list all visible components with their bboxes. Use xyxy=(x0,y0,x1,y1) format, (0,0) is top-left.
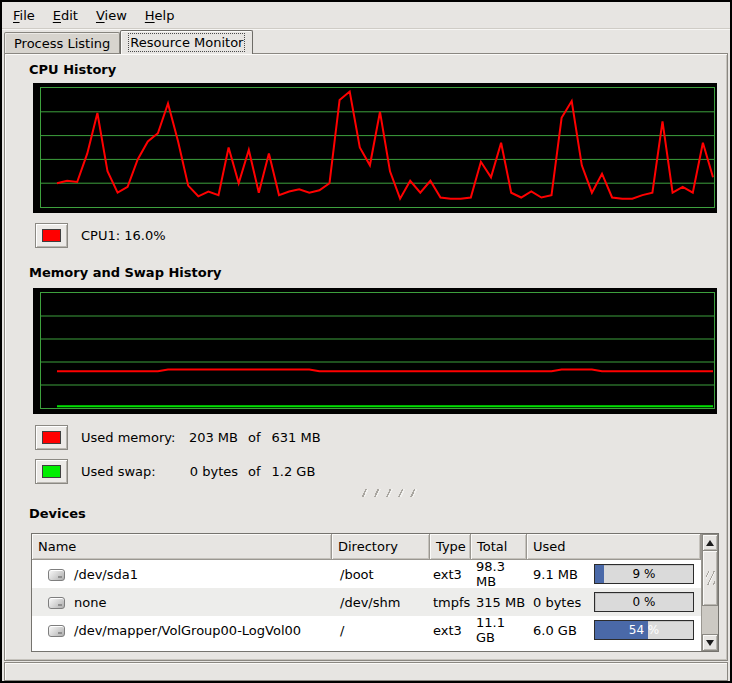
device-type: ext3 xyxy=(430,616,471,644)
arrow-down-icon xyxy=(706,640,714,646)
device-name: none xyxy=(74,595,106,610)
cpu-color-button[interactable] xyxy=(35,223,68,248)
tab-process-listing[interactable]: Process Listing xyxy=(4,32,120,53)
progress-label: 0 % xyxy=(595,593,693,611)
tab-resource-monitor[interactable]: Resource Monitor xyxy=(120,30,253,54)
cpu-history-chart xyxy=(41,88,714,207)
memory-color-swatch xyxy=(42,431,61,444)
devices-table: Name Directory Type Total Used /dev/sda1… xyxy=(31,533,719,652)
system-monitor-window: File Edit View Help Process Listing Reso… xyxy=(0,0,732,683)
column-header-type[interactable]: Type xyxy=(430,534,471,560)
device-directory: / xyxy=(332,616,430,644)
devices-table-header: Name Directory Type Total Used xyxy=(32,534,701,560)
table-row-none[interactable]: none /dev/shm tmpfs 315 MB 0 bytes 0 % xyxy=(32,588,701,616)
device-type: tmpfs xyxy=(430,588,471,616)
device-type: ext3 xyxy=(430,560,471,588)
vertical-scrollbar[interactable] xyxy=(701,534,718,651)
scrollbar-trough[interactable] xyxy=(702,606,718,634)
swap-color-button[interactable] xyxy=(35,459,68,484)
harddisk-icon xyxy=(48,597,65,609)
table-row-dev-sda1[interactable]: /dev/sda1 /boot ext3 98.3 MB 9.1 MB 9 % xyxy=(32,560,701,588)
arrow-up-icon xyxy=(706,540,714,546)
swap-legend-label: Used swap: xyxy=(81,464,178,479)
notebook-tabs: Process Listing Resource Monitor xyxy=(2,29,730,53)
cpu-history-title: CPU History xyxy=(29,62,719,77)
swap-legend-row: Used swap: 0 bytes of 1.2 GB xyxy=(35,458,719,484)
menu-view[interactable]: View xyxy=(87,4,136,27)
memory-swap-graph xyxy=(33,288,717,414)
device-directory: /boot xyxy=(332,560,430,588)
cpu-color-swatch xyxy=(42,229,61,242)
swap-color-swatch xyxy=(42,465,61,478)
device-name: /dev/mapper/VolGroup00-LogVol00 xyxy=(74,623,301,638)
scrollbar-down-button[interactable] xyxy=(702,634,718,651)
scrollbar-thumb[interactable] xyxy=(702,551,718,606)
used-progress-bar: 0 % xyxy=(594,592,694,612)
column-header-total[interactable]: Total xyxy=(471,534,527,560)
devices-title: Devices xyxy=(29,506,719,521)
swap-total-value: 1.2 GB xyxy=(272,464,316,479)
menu-bar: File Edit View Help xyxy=(2,2,730,29)
used-progress-bar: 54 % xyxy=(594,620,694,640)
memory-swap-title: Memory and Swap History xyxy=(29,265,719,280)
pane-resize-grip[interactable] xyxy=(361,489,417,497)
device-total: 11.1 GB xyxy=(471,616,527,644)
progress-label: 54 % xyxy=(595,621,693,639)
memory-swap-plot-area xyxy=(40,292,715,409)
device-total: 98.3 MB xyxy=(471,560,527,588)
menu-file[interactable]: File xyxy=(4,4,44,27)
harddisk-icon xyxy=(48,569,65,581)
memory-swap-chart xyxy=(41,293,714,408)
tab-resource-monitor-label: Resource Monitor xyxy=(130,35,243,50)
menu-help[interactable]: Help xyxy=(136,4,184,27)
memory-used-value: 203 MB xyxy=(178,430,238,445)
used-progress-bar: 9 % xyxy=(594,564,694,584)
column-header-directory[interactable]: Directory xyxy=(332,534,430,560)
device-used: 0 bytes xyxy=(533,595,581,610)
column-header-used[interactable]: Used xyxy=(527,534,701,560)
swap-of-label: of xyxy=(248,464,261,479)
resource-monitor-page: CPU History CPU1: 16.0% Memory and Swap … xyxy=(4,53,728,661)
status-bar xyxy=(4,662,728,681)
progress-label: 9 % xyxy=(595,565,693,583)
memory-legend-row: Used memory: 203 MB of 631 MB xyxy=(35,424,719,450)
table-row-volgroup[interactable]: /dev/mapper/VolGroup00-LogVol00 / ext3 1… xyxy=(32,616,701,644)
device-used: 6.0 GB xyxy=(533,623,577,638)
scrollbar-grip-icon xyxy=(706,571,715,585)
harddisk-icon xyxy=(48,625,65,637)
cpu-history-plot-area xyxy=(40,87,715,208)
tab-process-listing-label: Process Listing xyxy=(14,36,110,51)
cpu-legend-row: CPU1: 16.0% xyxy=(35,222,719,248)
memory-legend-label: Used memory: xyxy=(81,430,178,445)
cpu-legend-label: CPU1: 16.0% xyxy=(81,228,166,243)
column-header-name[interactable]: Name xyxy=(32,534,332,560)
device-name: /dev/sda1 xyxy=(74,567,138,582)
memory-of-label: of xyxy=(248,430,261,445)
memory-total-value: 631 MB xyxy=(272,430,321,445)
device-directory: /dev/shm xyxy=(332,588,430,616)
menu-edit[interactable]: Edit xyxy=(44,4,87,27)
scrollbar-up-button[interactable] xyxy=(702,534,718,551)
device-used: 9.1 MB xyxy=(533,567,578,582)
memory-color-button[interactable] xyxy=(35,425,68,450)
swap-used-value: 0 bytes xyxy=(178,464,238,479)
device-total: 315 MB xyxy=(471,588,527,616)
cpu-history-graph xyxy=(33,83,717,213)
